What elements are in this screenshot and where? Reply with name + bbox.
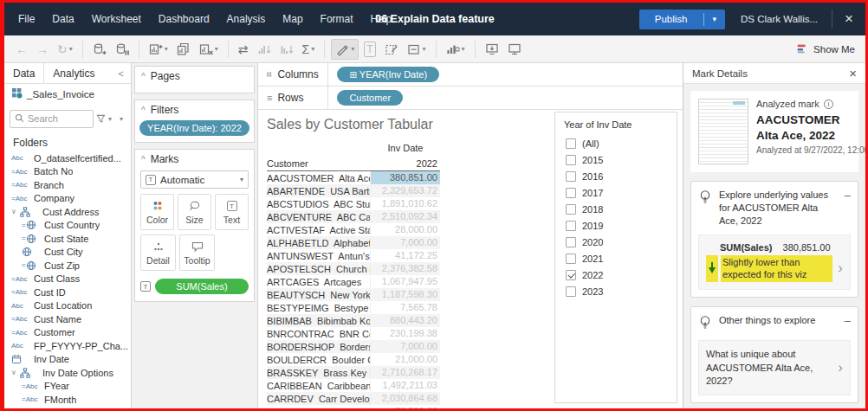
expand-tree-icon[interactable]: ∨ <box>11 369 20 376</box>
table-row[interactable]: BESTYPEIMG Bestype Im..7,565.78 <box>267 301 440 314</box>
filter-pill[interactable]: YEAR(Inv Date): 2022 <box>139 120 249 136</box>
fit-icon[interactable]: ▾ <box>404 40 430 59</box>
field-cust-location[interactable]: AbcCust Location <box>4 299 131 313</box>
checkbox[interactable] <box>566 286 576 297</box>
filter-option-2021[interactable]: 2021 <box>564 250 668 267</box>
table-row[interactable]: APOSTELSCH Church of T..2,376,382.58 <box>267 262 440 275</box>
table-row[interactable]: BNRCONTRAC BNR Contr..230,199.38 <box>267 327 440 340</box>
table-row[interactable]: BOULDERCR Boulder Cou..21,000.00 <box>267 353 440 366</box>
chevron-right-icon[interactable]: › <box>832 359 843 376</box>
filter-fields-icon[interactable]: ▾ <box>96 114 114 124</box>
sales-value-cell[interactable]: 2,030,864.68 <box>371 392 440 405</box>
show-me-button[interactable]: Show Me <box>796 42 855 56</box>
sort-descending-icon[interactable] <box>276 40 297 59</box>
sort-ascending-icon[interactable] <box>254 40 275 59</box>
table-row[interactable]: BORDERSHOP Borders B..7,000.00 <box>267 340 440 353</box>
show-mark-labels-icon[interactable]: ▾ <box>443 40 469 59</box>
table-row[interactable]: CASHCONNEC Cash Conn..52,500.00 <box>267 405 440 408</box>
window-close-icon[interactable]: × <box>832 3 865 35</box>
menu-dashboard[interactable]: Dashboard <box>150 3 218 35</box>
field-cust-name[interactable]: =AbcCust Name <box>4 312 131 326</box>
tooltip-button[interactable]: Tooltip <box>179 234 215 271</box>
publish-caret-icon[interactable]: ▾ <box>704 15 726 23</box>
collapse-card-icon[interactable]: – <box>845 314 851 327</box>
collapse-card-icon[interactable]: – <box>845 189 851 202</box>
field-cust-country[interactable]: =Cust Country <box>4 219 131 233</box>
sales-value-cell[interactable]: 2,329,653.72 <box>371 184 440 197</box>
presentation-mode-icon[interactable] <box>504 40 525 59</box>
rows-pill[interactable]: Customer <box>337 90 403 106</box>
tab-data[interactable]: Data <box>4 63 44 83</box>
table-row[interactable]: AACUSTOMER Alta Ace380,851.00 <box>267 171 440 184</box>
menu-format[interactable]: Format <box>312 3 362 35</box>
checkbox[interactable] <box>566 138 576 149</box>
table-row[interactable]: ANTUNSWEST Antun's of..41,172.25 <box>267 249 440 262</box>
fields-menu-caret-icon[interactable]: ▾ <box>117 115 126 123</box>
menu-map[interactable]: Map <box>274 3 311 35</box>
color-button[interactable]: Color <box>140 194 174 230</box>
field-company[interactable]: =AbcCompany <box>4 192 131 206</box>
server-user-label[interactable]: DS Clark Wallis... <box>741 14 818 24</box>
sum-sales-insight[interactable]: SUM(Sales) 380,851.00 Slightly lower tha… <box>698 234 851 291</box>
menu-file[interactable]: File <box>10 3 43 35</box>
table-row[interactable]: ABCVENTURE ABC Capita..2,510,092.34 <box>267 210 440 223</box>
checkbox[interactable] <box>566 237 576 247</box>
highlight-icon[interactable]: ▾ <box>331 39 359 60</box>
publish-button[interactable]: Publish ▾ <box>639 10 725 29</box>
field-fyear[interactable]: =AbcFYear <box>4 380 131 394</box>
sales-value-cell[interactable]: 7,000.00 <box>371 236 440 249</box>
menu-worksheet[interactable]: Worksheet <box>83 3 150 35</box>
pages-shelf[interactable]: ^Pages <box>134 66 255 93</box>
search-input[interactable]: Search <box>10 110 94 128</box>
menu-data[interactable]: Data <box>43 3 82 35</box>
detail-button[interactable]: Detail <box>140 234 176 271</box>
mark-type-caret-icon[interactable]: ▾ <box>240 176 243 183</box>
text-button[interactable]: T Text <box>215 194 249 230</box>
checkbox[interactable] <box>566 221 576 231</box>
sales-value-cell[interactable]: 2,376,382.58 <box>371 262 440 275</box>
sales-value-cell[interactable]: 230,199.38 <box>371 327 440 340</box>
field-cust-class[interactable]: =AbcCust Class <box>4 273 131 286</box>
pause-updates-icon[interactable] <box>112 40 133 59</box>
field-fmonth[interactable]: =AbcFMonth <box>4 393 131 407</box>
sales-value-cell[interactable]: 1,492,211.03 <box>371 379 440 392</box>
mark-type-dropdown[interactable]: T Automatic ▾ <box>140 170 249 189</box>
year-column-header[interactable]: 2022 <box>371 158 440 169</box>
sales-value-cell[interactable]: 880,443.20 <box>371 314 440 327</box>
back-icon[interactable]: ← <box>12 40 31 59</box>
swap-rows-columns-icon[interactable]: ⇄ <box>235 40 252 59</box>
field-cust-address[interactable]: ∨Cust Address <box>4 205 131 219</box>
clear-sheet-icon[interactable]: ▾ <box>196 40 222 59</box>
pages-collapse-icon[interactable]: ^ <box>141 72 146 81</box>
checkbox[interactable] <box>566 171 576 182</box>
sales-value-cell[interactable]: 28,000.00 <box>371 223 440 236</box>
filters-collapse-icon[interactable]: ^ <box>141 106 146 115</box>
format-icon[interactable] <box>381 40 402 59</box>
sales-value-cell[interactable]: 1,891,010.62 <box>371 197 440 210</box>
table-row[interactable]: ALPHABETLD Alphabetla..7,000.00 <box>267 236 440 249</box>
columns-shelf[interactable]: ≡ Columns ⊞YEAR(Inv Date) <box>258 63 683 87</box>
row-field-header[interactable]: Customer <box>267 158 371 169</box>
unique-question-item[interactable]: What is unique about AACUSTOMER Alta Ace… <box>698 340 851 395</box>
new-datasource-icon[interactable] <box>89 40 110 59</box>
filter-option-2017[interactable]: 2017 <box>564 184 668 201</box>
sheet-title[interactable]: Sales by Customer Tabular <box>267 117 549 132</box>
new-worksheet-icon[interactable]: ▾ <box>146 40 172 59</box>
expand-pill-icon[interactable]: ⊞ <box>349 70 356 80</box>
table-row[interactable]: ARTCAGES Artcages1,067,947.95 <box>267 275 440 288</box>
datasource-item[interactable]: _Sales_Invoice <box>4 84 131 105</box>
table-row[interactable]: ABARTENDE USA Barten..2,329,653.72 <box>267 184 440 197</box>
totals-icon[interactable]: Σ▾ <box>299 40 319 59</box>
filter-option-2022[interactable]: 2022 <box>564 267 668 283</box>
checkbox[interactable] <box>566 188 576 198</box>
field-branch[interactable]: =AbcBranch <box>4 178 131 192</box>
checkbox[interactable] <box>566 155 576 165</box>
table-row[interactable]: ABCSTUDIOS ABC Studio..1,891,010.62 <box>267 197 440 210</box>
filter-option-2016[interactable]: 2016 <box>564 168 668 184</box>
collapse-pane-icon[interactable]: < <box>112 63 131 83</box>
columns-pill[interactable]: ⊞YEAR(Inv Date) <box>337 67 439 82</box>
sales-value-cell[interactable]: 2,710,268.17 <box>371 366 440 379</box>
filter-option-2023[interactable]: 2023 <box>564 283 668 299</box>
download-presentation-icon[interactable] <box>482 40 502 59</box>
forward-icon[interactable]: → <box>33 40 52 59</box>
